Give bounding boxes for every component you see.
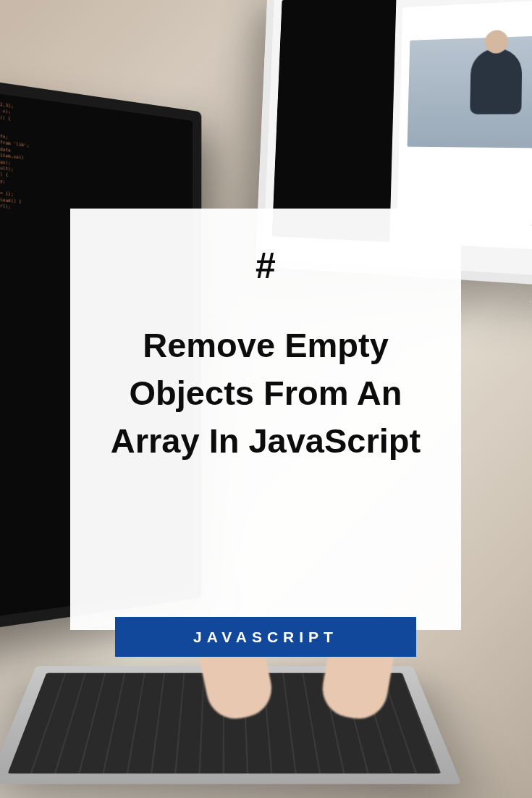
browser-photo-decoration (408, 34, 532, 148)
category-label: JAVASCRIPT (193, 629, 338, 646)
terminal-panel-decoration (272, 0, 397, 242)
hash-symbol: # (256, 245, 276, 287)
person-silhouette-decoration (470, 48, 522, 114)
title-card: # Remove Empty Objects From An Array In … (70, 209, 461, 630)
article-title: Remove Empty Objects From An Array In Ja… (92, 322, 439, 464)
category-badge: JAVASCRIPT (115, 617, 416, 657)
